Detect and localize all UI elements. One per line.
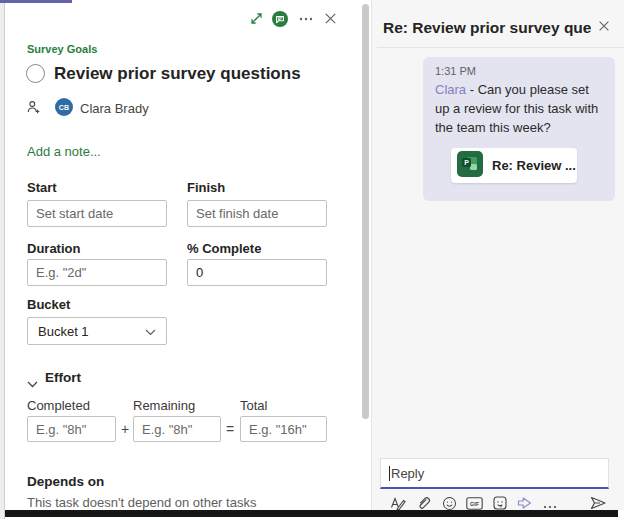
effort-completed-label: Completed — [27, 398, 90, 413]
start-label: Start — [27, 180, 57, 195]
effort-heading[interactable]: Effort — [45, 370, 81, 385]
reply-input[interactable]: Reply — [380, 458, 609, 489]
planner-app-icon: P — [457, 151, 483, 181]
task-title[interactable]: Review prior survey questions — [54, 64, 301, 84]
percent-complete-input[interactable] — [187, 259, 327, 286]
close-icon — [323, 11, 338, 29]
task-link-card[interactable]: P Re: Review ... — [451, 148, 577, 183]
plus-operator: + — [121, 421, 129, 437]
reply-placeholder: Reply — [391, 466, 424, 481]
equals-operator: = — [226, 421, 234, 437]
duration-label: Duration — [27, 241, 80, 256]
gif-icon-label: GIF — [470, 501, 480, 507]
chat-header-title: Re: Review prior survey ques... — [383, 19, 591, 37]
bucket-selected-value: Bucket 1 — [38, 324, 89, 339]
finish-date-input[interactable] — [187, 200, 327, 227]
chat-badge-icon — [271, 10, 289, 31]
more-options-icon — [298, 11, 314, 30]
add-note-link[interactable]: Add a note... — [27, 144, 101, 159]
assignee-name: Clara Brady — [80, 101, 149, 116]
expand-icon — [249, 11, 264, 29]
task-complete-checkbox[interactable] — [26, 64, 45, 83]
effort-collapse-chevron-icon[interactable] — [27, 374, 38, 392]
task-panel-scrollbar[interactable] — [362, 4, 369, 419]
taskbar-edge — [5, 510, 618, 517]
close-chat-button[interactable] — [594, 17, 614, 37]
task-link-card-title: Re: Review ... — [492, 158, 576, 173]
effort-remaining-input[interactable] — [133, 416, 221, 442]
comments-badge-button[interactable] — [270, 10, 290, 30]
planner-icon-letter: P — [464, 158, 469, 165]
start-date-input[interactable] — [27, 200, 167, 227]
duration-input[interactable] — [27, 259, 167, 286]
close-task-button[interactable] — [320, 10, 340, 30]
effort-remaining-label: Remaining — [133, 398, 195, 413]
message-text: Clara - Can you please set up a review f… — [435, 80, 605, 137]
effort-total-input[interactable] — [240, 416, 327, 442]
text-cursor — [389, 466, 390, 481]
teams-planner-window: Survey Goals Review prior survey questio… — [0, 0, 624, 519]
chevron-down-icon — [145, 324, 156, 339]
expand-task-button[interactable] — [246, 10, 266, 30]
effort-completed-input[interactable] — [27, 416, 116, 442]
close-icon — [597, 19, 611, 36]
finish-label: Finish — [187, 180, 225, 195]
effort-total-label: Total — [240, 398, 267, 413]
percent-complete-label: % Complete — [187, 241, 261, 256]
plan-name[interactable]: Survey Goals — [27, 43, 97, 55]
bucket-label: Bucket — [27, 297, 70, 312]
bucket-select[interactable]: Bucket 1 — [27, 317, 167, 345]
depends-on-empty-text: This task doesn't depend on other tasks — [27, 495, 256, 510]
more-options-button[interactable] — [296, 10, 316, 30]
message-timestamp: 1:31 PM — [435, 65, 603, 77]
assign-person-icon[interactable] — [26, 99, 42, 120]
message-sender-link[interactable]: Clara — [435, 82, 466, 97]
chat-header-divider — [377, 47, 624, 48]
assignee-avatar[interactable]: CB — [55, 98, 73, 116]
avatar-initials: CB — [59, 104, 70, 111]
depends-on-heading: Depends on — [27, 474, 104, 489]
